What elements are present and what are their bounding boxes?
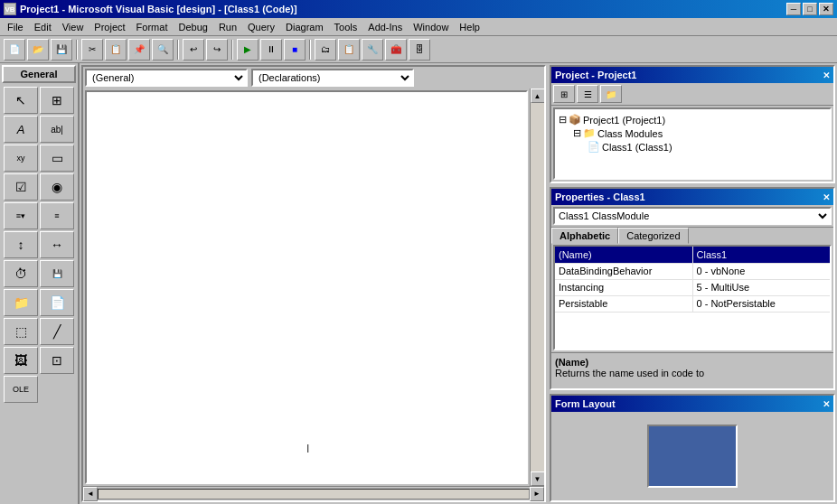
tree-item-classmodules[interactable]: ⊟ 📁 Class Modules (559, 126, 826, 140)
tree-label-project: Project1 (Project1) (583, 115, 665, 126)
menu-addins[interactable]: Add-Ins (362, 20, 408, 34)
tool-textbox[interactable]: ab| (40, 116, 74, 143)
project-toggle-folders[interactable]: 📁 (600, 85, 622, 103)
project-panel: Project - Project1 ✕ ⊞ ☰ 📁 ⊟ 📦 Project1 … (550, 65, 835, 183)
main-container: General ↖ ⊞ A ab| xy ▭ ☑ ◉ ≡▾ ≡ ↕ ↔ ⏱ 💾 … (0, 63, 837, 504)
tool-listbox[interactable]: ≡ (40, 202, 74, 229)
menu-query[interactable]: Query (242, 20, 280, 34)
proc-dropdown[interactable]: (General) (85, 69, 248, 87)
toolbar-stop[interactable]: ■ (284, 39, 306, 61)
menu-file[interactable]: File (2, 20, 29, 34)
menu-edit[interactable]: Edit (29, 20, 57, 34)
tool-dir[interactable]: 📁 (4, 289, 38, 316)
tool-hscroll[interactable]: ↕ (4, 231, 38, 258)
tool-pointer[interactable]: ↖ (4, 87, 38, 114)
toolbar-new[interactable]: 📄 (4, 39, 25, 61)
right-panel: Project - Project1 ✕ ⊞ ☰ 📁 ⊟ 📦 Project1 … (548, 63, 837, 504)
toolbar-copy[interactable]: 📋 (105, 39, 127, 61)
toolbar-save[interactable]: 💾 (51, 39, 72, 61)
properties-object-select[interactable]: Class1 ClassModule (553, 207, 832, 225)
prop-row-instancing[interactable]: Instancing 5 - MultiUse (555, 279, 830, 295)
tool-line[interactable]: ╱ (40, 318, 74, 345)
toolbar-open[interactable]: 📂 (27, 39, 49, 61)
tool-shape[interactable]: ⬚ (4, 318, 38, 345)
menu-view[interactable]: View (57, 20, 89, 34)
toolbar-sep4 (309, 40, 311, 60)
tree-label-class1: Class1 (Class1) (602, 142, 672, 153)
scrollbar-up-btn[interactable]: ▲ (531, 89, 545, 103)
tool-data[interactable]: ⊡ (40, 347, 74, 374)
project-view-object[interactable]: ⊞ (553, 85, 575, 103)
maximize-button[interactable]: □ (803, 3, 817, 15)
scrollbar-down-btn[interactable]: ▼ (531, 471, 545, 486)
tab-alphabetic[interactable]: Alphabetic (551, 228, 618, 244)
menu-tools[interactable]: Tools (329, 20, 363, 34)
menu-diagram[interactable]: Diagram (280, 20, 329, 34)
menu-help[interactable]: Help (454, 20, 485, 34)
tool-ole[interactable]: OLE (4, 376, 38, 403)
toolbar-cut[interactable]: ✂ (81, 39, 103, 61)
scrollbar-track-v[interactable] (531, 103, 545, 471)
project-tree: ⊟ 📦 Project1 (Project1) ⊟ 📁 Class Module… (553, 107, 832, 180)
minimize-button[interactable]: ─ (786, 3, 801, 15)
scrollbar-right-btn[interactable]: ► (530, 487, 544, 501)
menu-format[interactable]: Format (131, 20, 174, 34)
tool-image[interactable]: 🖼 (4, 347, 38, 374)
code-textarea[interactable] (87, 92, 526, 482)
event-dropdown[interactable]: (Declarations) (251, 69, 414, 87)
app-icon: VB (4, 3, 16, 15)
menu-run[interactable]: Run (213, 20, 242, 34)
toolbox-grid: ↖ ⊞ A ab| xy ▭ ☑ ◉ ≡▾ ≡ ↕ ↔ ⏱ 💾 📁 📄 ⬚ ╱ … (0, 85, 78, 405)
toolbar-find[interactable]: 🔍 (152, 39, 174, 61)
prop-row-persistable[interactable]: Persistable 0 - NotPersistable (555, 295, 830, 312)
props-grid: (Name) Class1 DataBindingBehavior 0 - vb… (553, 245, 832, 350)
tool-vscroll[interactable]: ↔ (40, 231, 74, 258)
tool-timer[interactable]: ⏱ (4, 260, 38, 287)
tree-item-project[interactable]: ⊟ 📦 Project1 (Project1) (559, 113, 826, 126)
toolbar-run[interactable]: ▶ (237, 39, 259, 61)
tool-combobox[interactable]: ≡▾ (4, 202, 38, 229)
scrollbar-track-h[interactable] (98, 489, 530, 499)
tree-item-class1[interactable]: 📄 Class1 (Class1) (559, 140, 826, 154)
properties-panel-close[interactable]: ✕ (823, 192, 830, 202)
tool-checkbox[interactable]: ☑ (4, 173, 38, 201)
toolbar-projexp[interactable]: 🗂 (315, 39, 336, 61)
toolbar-pause[interactable]: ⏸ (260, 39, 282, 61)
tool-frame[interactable]: xy (4, 145, 38, 172)
props-desc-title: (Name) (555, 357, 830, 368)
code-toolbar: (General) (Declarations) (83, 67, 544, 89)
tree-icon-class1: 📄 (588, 141, 600, 153)
tool-optionbtn[interactable]: ◉ (40, 173, 74, 201)
form-layout-preview[interactable] (647, 425, 738, 488)
tool-drive[interactable]: 💾 (40, 260, 74, 287)
title-bar: VB Project1 - Microsoft Visual Basic [de… (0, 0, 837, 18)
props-description: (Name) Returns the name used in code to (551, 352, 833, 388)
toolbar-redo[interactable]: ↪ (206, 39, 228, 61)
toolbar-paste[interactable]: 📌 (128, 39, 150, 61)
scrollbar-left-btn[interactable]: ◄ (83, 487, 98, 501)
prop-row-name[interactable]: (Name) Class1 (555, 247, 830, 263)
title-text: Project1 - Microsoft Visual Basic [desig… (20, 4, 297, 14)
menu-window[interactable]: Window (408, 20, 454, 34)
menu-debug[interactable]: Debug (173, 20, 212, 34)
toolbar-data[interactable]: 🗄 (409, 39, 430, 61)
form-layout-close[interactable]: ✕ (823, 399, 830, 409)
project-panel-close[interactable]: ✕ (823, 70, 830, 80)
toolbar-objbr[interactable]: 🔧 (362, 39, 383, 61)
tool-label[interactable]: A (4, 116, 38, 143)
toolbar-toolbox[interactable]: 🧰 (385, 39, 407, 61)
toolbar-undo[interactable]: ↩ (183, 39, 204, 61)
form-layout-title: Form Layout ✕ (551, 396, 833, 412)
tool-picture[interactable]: ⊞ (40, 87, 74, 114)
project-view-code[interactable]: ☰ (577, 85, 598, 103)
tool-file[interactable]: 📄 (40, 289, 74, 316)
toolbar-props[interactable]: 📋 (338, 39, 360, 61)
tab-categorized[interactable]: Categorized (618, 228, 688, 244)
prop-row-databinding[interactable]: DataBindingBehavior 0 - vbNone (555, 263, 830, 279)
prop-value-name: Class1 (692, 247, 830, 263)
close-button[interactable]: ✕ (819, 3, 833, 15)
properties-panel-title: Properties - Class1 ✕ (551, 189, 833, 205)
tool-cmdbutton[interactable]: ▭ (40, 145, 74, 172)
tree-label-classmodules: Class Modules (597, 128, 663, 139)
menu-project[interactable]: Project (89, 20, 130, 34)
